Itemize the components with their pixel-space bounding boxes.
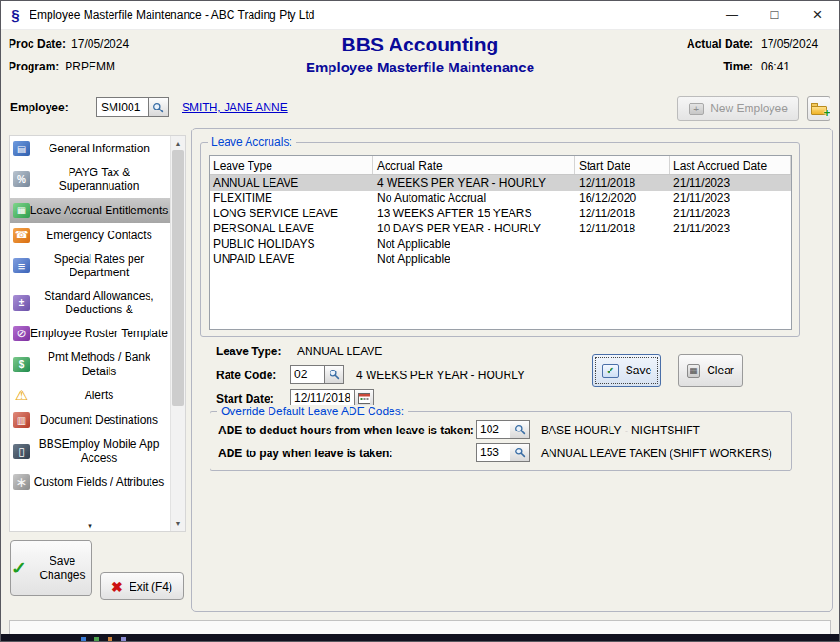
scrollbar-down-arrow-icon[interactable]: ▼ xyxy=(171,516,185,531)
scroll-more-indicator[interactable]: ▾ xyxy=(10,522,170,531)
rate-code-input[interactable] xyxy=(290,365,325,384)
sidebar-item-payg-tax[interactable]: PAYG Tax & Superannuation xyxy=(10,161,170,198)
search-icon xyxy=(514,424,526,435)
start-date-label: Start Date: xyxy=(216,392,274,406)
table-row[interactable]: ANNUAL LEAVE 4 WEEKS PER YEAR - HOURLY 1… xyxy=(210,175,791,191)
sidebar-nav: General Information PAYG Tax & Superannu… xyxy=(10,136,170,494)
document-destinations-icon xyxy=(13,412,30,428)
taskbar-icon xyxy=(81,637,86,641)
ade-pay-input[interactable] xyxy=(476,443,510,462)
app-window: § Employee Masterfile Maintenance - ABC … xyxy=(0,0,840,642)
rate-code-group xyxy=(290,365,344,384)
column-header-leave-type: Leave Type xyxy=(210,156,373,174)
exit-button-label: Exit (F4) xyxy=(130,580,172,593)
table-row[interactable]: PERSONAL LEAVE 10 DAYS PER YEAR - HOURLY… xyxy=(210,221,791,236)
close-x-icon: ✖ xyxy=(111,579,123,594)
taskbar-icon xyxy=(121,637,126,641)
window-controls: — □ × xyxy=(710,1,839,30)
sidebar-item-leave-accrual[interactable]: Leave Accrual Entitlements xyxy=(10,198,170,223)
standard-allowances-icon xyxy=(13,295,30,311)
sidebar-item-alerts[interactable]: Alerts xyxy=(10,383,170,408)
sidebar-item-standard-allowances[interactable]: Standard Allowances, Deductions & xyxy=(10,285,170,322)
search-icon xyxy=(514,447,526,458)
minimize-button[interactable]: — xyxy=(710,1,753,30)
employee-code-group xyxy=(96,97,169,117)
ade-deduct-input[interactable] xyxy=(476,420,510,439)
close-button[interactable]: × xyxy=(796,1,839,30)
sidebar-item-bbsemploy-mobile[interactable]: BBSEmploy Mobile App Access xyxy=(10,432,170,470)
clear-icon xyxy=(687,364,700,378)
employee-row: Employee: SMITH, JANE ANNE + New Employe… xyxy=(1,91,839,128)
leave-type-label: Leave Type: xyxy=(216,345,281,358)
window-title: Employee Masterfile Maintenance - ABC Tr… xyxy=(30,9,314,22)
header-left: Proc Date:17/05/2024 Program:PRPEMM xyxy=(9,37,129,83)
status-bar xyxy=(9,620,831,635)
leave-table-header: Leave Type Accrual Rate Start Date Last … xyxy=(210,156,791,175)
table-row[interactable]: UNPAID LEAVE Not Applicable xyxy=(210,251,791,267)
rate-code-label: Rate Code: xyxy=(216,369,276,382)
clear-button[interactable]: Clear xyxy=(678,354,743,387)
program-label: Program: xyxy=(9,60,59,73)
ade-deduct-group xyxy=(476,420,530,439)
open-folder-button[interactable]: + xyxy=(807,96,830,121)
sidebar-item-general-information[interactable]: General Information xyxy=(10,136,170,161)
folder-add-icon: + xyxy=(811,103,827,115)
sidebar-item-emergency-contacts[interactable]: Emergency Contacts xyxy=(10,223,170,248)
employee-code-input[interactable] xyxy=(96,97,149,117)
sidebar-item-special-rates[interactable]: Special Rates per Department xyxy=(10,248,170,285)
alerts-icon xyxy=(13,388,30,403)
employee-label: Employee: xyxy=(10,101,69,114)
employee-roster-icon xyxy=(13,326,30,341)
header-right: Actual Date: 17/05/2024 Time: 06:41 xyxy=(687,37,830,73)
emergency-contacts-icon xyxy=(13,228,30,243)
taskbar-icon xyxy=(94,637,99,641)
leave-table-body: ANNUAL LEAVE 4 WEEKS PER YEAR - HOURLY 1… xyxy=(210,175,791,267)
time-value: 06:41 xyxy=(761,60,830,73)
ade-deduct-lookup-button[interactable] xyxy=(510,420,530,439)
pmt-methods-icon xyxy=(13,357,30,372)
override-ade-group-title: Override Default Leave ADE Codes: xyxy=(217,405,408,418)
app-icon: § xyxy=(8,7,24,23)
save-changes-label: Save Changes xyxy=(33,554,91,583)
new-employee-button[interactable]: + New Employee xyxy=(677,96,799,121)
header: Proc Date:17/05/2024 Program:PRPEMM BBS … xyxy=(1,30,839,91)
ade-pay-label: ADE to pay when leave is taken: xyxy=(218,447,392,460)
save-button-label: Save xyxy=(626,364,651,377)
check-icon: ✓ xyxy=(11,557,27,579)
table-row[interactable]: LONG SERVICE LEAVE 13 WEEKS AFTER 15 YEA… xyxy=(210,206,791,221)
proc-date-value: 17/05/2024 xyxy=(71,37,129,50)
taskbar-sliver xyxy=(1,634,839,641)
sidebar-item-document-destinations[interactable]: Document Destinations xyxy=(10,408,170,432)
main-panel: Leave Accruals: Leave Type Accrual Rate … xyxy=(191,128,833,612)
maximize-button[interactable]: □ xyxy=(753,1,796,30)
leave-accruals-table: Leave Type Accrual Rate Start Date Last … xyxy=(209,155,792,330)
leave-accruals-group: Leave Accruals: Leave Type Accrual Rate … xyxy=(200,142,800,337)
title-bar: § Employee Masterfile Maintenance - ABC … xyxy=(1,1,839,30)
sidebar-item-pmt-methods[interactable]: Pmt Methods / Bank Details xyxy=(10,346,170,383)
rate-code-lookup-button[interactable] xyxy=(325,365,344,384)
column-header-last-accrued-date: Last Accrued Date xyxy=(670,156,791,174)
page-title: Employee Masterfile Maintenance xyxy=(191,59,649,75)
custom-fields-icon xyxy=(13,474,30,490)
time-label: Time: xyxy=(687,60,753,73)
sidebar-item-employee-roster[interactable]: Employee Roster Template xyxy=(10,321,170,346)
scrollbar-thumb[interactable] xyxy=(172,150,184,406)
employee-lookup-button[interactable] xyxy=(149,97,169,117)
sidebar-scrollbar[interactable]: ▲ ▼ xyxy=(170,136,185,531)
scrollbar-up-arrow-icon[interactable]: ▲ xyxy=(171,136,185,150)
payg-tax-icon xyxy=(13,171,30,187)
proc-date-label: Proc Date: xyxy=(9,37,66,50)
leave-type-value: ANNUAL LEAVE xyxy=(297,345,382,358)
exit-button[interactable]: ✖ Exit (F4) xyxy=(100,572,184,600)
table-row[interactable]: FLEXITIME No Automatic Accrual 16/12/202… xyxy=(210,191,791,206)
save-button[interactable]: Save xyxy=(592,354,661,387)
employee-name-link[interactable]: SMITH, JANE ANNE xyxy=(182,101,288,114)
ade-pay-group xyxy=(476,443,530,462)
save-changes-button[interactable]: ✓ Save Changes xyxy=(10,540,92,596)
table-row[interactable]: PUBLIC HOLIDAYS Not Applicable xyxy=(210,236,791,251)
ade-deduct-description: BASE HOURLY - NIGHTSHIFT xyxy=(541,424,700,437)
app-title: BBS Accounting xyxy=(191,33,649,56)
sidebar-item-custom-fields[interactable]: Custom Fields / Attributes xyxy=(10,470,170,494)
ade-pay-lookup-button[interactable] xyxy=(510,443,530,462)
new-employee-label: New Employee xyxy=(710,102,788,115)
